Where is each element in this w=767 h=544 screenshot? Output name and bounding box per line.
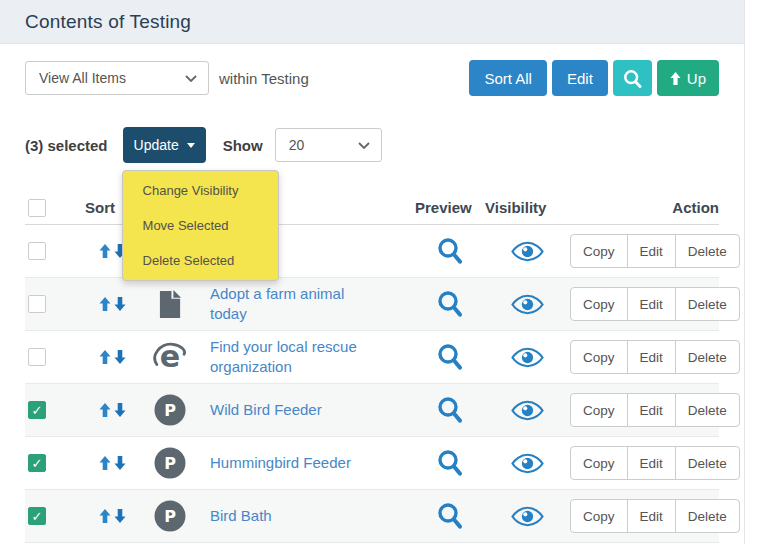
visibility-eye-icon[interactable] bbox=[511, 506, 544, 527]
edit-button[interactable]: Edit bbox=[627, 393, 676, 427]
up-button-label: Up bbox=[687, 70, 706, 87]
toolbar: View All Items within Testing Sort All E… bbox=[25, 60, 719, 96]
product-icon: P bbox=[154, 394, 186, 426]
row-checkbox[interactable]: ✓ bbox=[28, 507, 46, 525]
edit-button[interactable]: Edit bbox=[627, 340, 676, 374]
move-down-icon[interactable] bbox=[114, 297, 126, 311]
row-checkbox[interactable]: ✓ bbox=[28, 401, 46, 419]
update-button[interactable]: Update bbox=[123, 127, 206, 163]
web-page-icon: e bbox=[153, 341, 187, 373]
delete-button[interactable]: Delete bbox=[675, 234, 740, 268]
table-row: ✓ e P Bird Bath bbox=[25, 490, 719, 543]
product-icon: P bbox=[154, 447, 186, 479]
visibility-eye-icon[interactable] bbox=[511, 294, 544, 315]
row-checkbox[interactable] bbox=[28, 295, 46, 313]
delete-button[interactable]: Delete bbox=[675, 287, 740, 321]
preview-magnifier-icon[interactable] bbox=[437, 396, 463, 424]
preview-magnifier-icon[interactable] bbox=[437, 290, 463, 318]
visibility-eye-icon[interactable] bbox=[511, 453, 544, 474]
delete-button[interactable]: Delete bbox=[675, 499, 740, 533]
edit-button[interactable]: Edit bbox=[627, 446, 676, 480]
toolbar-buttons: Sort All Edit Up bbox=[469, 60, 719, 96]
action-button-group: CopyEditDelete bbox=[570, 234, 740, 268]
move-down-icon[interactable] bbox=[114, 456, 126, 470]
move-down-icon[interactable] bbox=[114, 509, 126, 523]
visibility-eye-icon[interactable] bbox=[511, 400, 544, 421]
item-title-link[interactable]: Wild Bird Feeder bbox=[195, 400, 322, 420]
edit-button[interactable]: Edit bbox=[627, 234, 676, 268]
move-down-icon[interactable] bbox=[114, 403, 126, 417]
action-button-group: CopyEditDelete bbox=[570, 446, 740, 480]
item-title-link[interactable]: Hummingbird Feeder bbox=[195, 453, 351, 473]
delete-button[interactable]: Delete bbox=[675, 393, 740, 427]
update-dropdown-wrap: Update Change Visibility Move Selected D… bbox=[123, 127, 206, 163]
preview-magnifier-icon[interactable] bbox=[437, 502, 463, 530]
product-icon: P bbox=[154, 500, 186, 532]
row-checkbox[interactable] bbox=[28, 242, 46, 260]
page: Contents of Testing View All Items withi… bbox=[0, 0, 767, 544]
copy-button[interactable]: Copy bbox=[570, 393, 628, 427]
edit-button[interactable]: Edit bbox=[627, 499, 676, 533]
chevron-down-icon bbox=[358, 142, 370, 149]
sort-all-button[interactable]: Sort All bbox=[469, 60, 547, 96]
view-filter-select[interactable]: View All Items bbox=[25, 61, 209, 95]
delete-button[interactable]: Delete bbox=[675, 446, 740, 480]
document-icon bbox=[158, 289, 183, 319]
action-button-group: CopyEditDelete bbox=[570, 340, 740, 374]
view-filter-value: View All Items bbox=[39, 70, 126, 86]
copy-button[interactable]: Copy bbox=[570, 287, 628, 321]
item-title-link[interactable]: Bird Bath bbox=[195, 506, 272, 526]
up-button[interactable]: Up bbox=[657, 60, 719, 96]
action-button-group: CopyEditDelete bbox=[570, 287, 740, 321]
copy-button[interactable]: Copy bbox=[570, 499, 628, 533]
item-title-link[interactable]: Adopt a farm animal today bbox=[195, 284, 370, 325]
page-header: Contents of Testing bbox=[0, 0, 744, 44]
sort-controls bbox=[75, 403, 145, 417]
action-button-group: CopyEditDelete bbox=[570, 393, 740, 427]
move-down-icon[interactable] bbox=[114, 350, 126, 364]
visibility-eye-icon[interactable] bbox=[511, 347, 544, 368]
sort-controls bbox=[75, 350, 145, 364]
page-size-value: 20 bbox=[289, 137, 305, 153]
column-header-action: Action bbox=[672, 199, 719, 216]
search-button[interactable] bbox=[613, 60, 652, 96]
move-up-icon[interactable] bbox=[99, 403, 111, 417]
copy-button[interactable]: Copy bbox=[570, 340, 628, 374]
selected-count-label: (3) selected bbox=[25, 137, 108, 154]
copy-button[interactable]: Copy bbox=[570, 234, 628, 268]
update-dropdown-menu: Change Visibility Move Selected Delete S… bbox=[122, 170, 279, 281]
menu-item-delete-selected[interactable]: Delete Selected bbox=[123, 243, 278, 278]
preview-magnifier-icon[interactable] bbox=[437, 343, 463, 371]
page-size-select[interactable]: 20 bbox=[275, 128, 382, 162]
menu-item-move-selected[interactable]: Move Selected bbox=[123, 208, 278, 243]
menu-item-change-visibility[interactable]: Change Visibility bbox=[123, 173, 278, 208]
delete-button[interactable]: Delete bbox=[675, 340, 740, 374]
sort-controls bbox=[75, 456, 145, 470]
move-up-icon[interactable] bbox=[99, 350, 111, 364]
chevron-down-icon bbox=[185, 75, 197, 82]
preview-magnifier-icon[interactable] bbox=[437, 237, 463, 265]
move-up-icon[interactable] bbox=[99, 509, 111, 523]
copy-button[interactable]: Copy bbox=[570, 446, 628, 480]
item-title-link[interactable]: Find your local rescue organization bbox=[195, 337, 370, 378]
preview-magnifier-icon[interactable] bbox=[437, 449, 463, 477]
svg-text:P: P bbox=[164, 401, 176, 420]
sort-controls bbox=[75, 509, 145, 523]
move-up-icon[interactable] bbox=[99, 244, 111, 258]
table-row: e P Adopt a farm animal today CopyEditDe… bbox=[25, 278, 719, 331]
content-panel: Contents of Testing View All Items withi… bbox=[0, 0, 744, 543]
show-label: Show bbox=[223, 137, 263, 154]
page-title: Contents of Testing bbox=[25, 11, 191, 33]
select-all-checkbox[interactable] bbox=[28, 199, 46, 217]
row-checkbox[interactable]: ✓ bbox=[28, 454, 46, 472]
update-button-label: Update bbox=[134, 137, 179, 153]
table-row: ✓ e P Wild Bird Feeder bbox=[25, 384, 719, 437]
edit-button[interactable]: Edit bbox=[552, 60, 608, 96]
svg-text:P: P bbox=[164, 454, 176, 473]
move-up-icon[interactable] bbox=[99, 297, 111, 311]
context-label: within Testing bbox=[219, 70, 309, 87]
visibility-eye-icon[interactable] bbox=[511, 241, 544, 262]
move-up-icon[interactable] bbox=[99, 456, 111, 470]
edit-button[interactable]: Edit bbox=[627, 287, 676, 321]
row-checkbox[interactable] bbox=[28, 348, 46, 366]
